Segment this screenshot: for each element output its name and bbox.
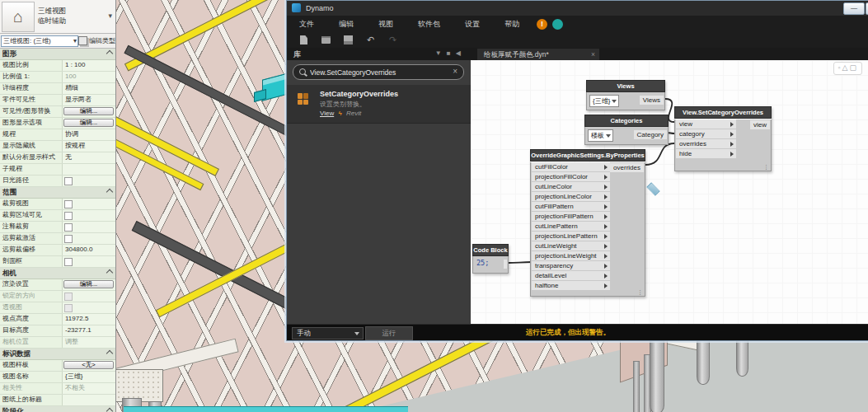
input-port[interactable]: category bbox=[676, 129, 736, 138]
checkbox[interactable] bbox=[64, 223, 73, 232]
edit-button[interactable]: 编辑... bbox=[63, 119, 114, 127]
output-port[interactable]: Category bbox=[634, 130, 667, 139]
node-set-category-overrides[interactable]: View.SetCategoryOverrides view category … bbox=[674, 106, 772, 171]
input-port[interactable]: cutFillColor bbox=[532, 162, 610, 171]
input-port[interactable]: overrides bbox=[676, 139, 736, 148]
input-port[interactable]: cutLineWeight bbox=[532, 241, 610, 250]
concrete-pile[interactable] bbox=[697, 339, 710, 385]
property-value[interactable]: -23277.1 bbox=[63, 325, 115, 336]
property-value[interactable]: 按规程 bbox=[63, 141, 115, 152]
input-port[interactable]: projectionLineColor bbox=[532, 192, 610, 201]
save-icon[interactable] bbox=[343, 35, 354, 45]
graph-canvas[interactable]: ◦△▢ Views {三维} Views Categories 楼板 Categ… bbox=[471, 60, 868, 325]
input-port[interactable]: halftone bbox=[532, 281, 610, 290]
property-value[interactable]: 显示两者 bbox=[63, 95, 115, 105]
menu-file[interactable]: 文件 bbox=[287, 19, 326, 30]
input-port[interactable]: projectionFillPattern bbox=[532, 212, 610, 221]
property-row: 详细程度精细 bbox=[0, 83, 115, 95]
menu-view[interactable]: 视图 bbox=[366, 19, 406, 30]
edit-type-button[interactable]: 编辑类型 bbox=[89, 36, 115, 45]
menu-packages[interactable]: 软件包 bbox=[406, 19, 453, 30]
undo-icon[interactable]: ↶ bbox=[365, 35, 376, 45]
section-header[interactable]: 图形 bbox=[0, 49, 115, 60]
input-port[interactable]: cutFillPattern bbox=[532, 202, 610, 211]
run-button[interactable]: 运行 bbox=[365, 326, 413, 340]
workspace-tab[interactable]: 给板厚赋予颜色.dyn* × bbox=[477, 49, 599, 60]
categories-dropdown[interactable]: 楼板 bbox=[588, 129, 613, 142]
node-override-graphic-settings[interactable]: OverrideGraphicSettings.ByProperties cut… bbox=[530, 149, 645, 297]
library-search[interactable]: × bbox=[293, 64, 464, 80]
views-dropdown[interactable]: {三维} bbox=[589, 95, 619, 107]
input-port[interactable]: detailLevel bbox=[532, 271, 610, 280]
open-file-icon[interactable] bbox=[321, 35, 331, 45]
type-selector-dropdown[interactable]: 三维视图: (三维)▾ bbox=[1, 35, 78, 47]
checkbox[interactable] bbox=[64, 235, 73, 243]
input-port[interactable]: hide bbox=[676, 149, 736, 158]
notifications-icon[interactable] bbox=[552, 19, 563, 30]
property-value[interactable]: 304800.0 bbox=[63, 245, 115, 255]
input-port[interactable]: cutLinePattern bbox=[532, 222, 610, 231]
input-port[interactable]: projectionFillColor bbox=[532, 172, 610, 181]
dark-beam[interactable] bbox=[132, 221, 307, 317]
teal-beam-bottom[interactable] bbox=[124, 406, 408, 412]
input-port[interactable]: transparency bbox=[532, 261, 610, 270]
output-port[interactable] bbox=[504, 260, 507, 269]
concrete-column[interactable] bbox=[633, 361, 640, 412]
pile-cap[interactable] bbox=[115, 369, 163, 402]
search-input[interactable] bbox=[308, 66, 443, 78]
checkbox[interactable] bbox=[64, 212, 73, 220]
input-port[interactable]: view bbox=[676, 119, 736, 129]
minimize-button[interactable]: — bbox=[843, 2, 865, 15]
dynamo-window: Dynamo — □ 文件 编辑 视图 软件包 设置 帮助 ! ↶ ↷ 库 ▼ … bbox=[286, 0, 868, 341]
family-preview[interactable]: ⌂ bbox=[2, 2, 35, 32]
revit-application: ⌂ 三维视图 临时辅助 ▾ 三维视图: (三维)▾ 编辑类型 图形 视图比例1 … bbox=[0, 0, 868, 412]
close-tab-icon[interactable]: × bbox=[591, 49, 595, 60]
section-header[interactable]: 范围 bbox=[0, 187, 115, 199]
checkbox[interactable] bbox=[64, 177, 73, 185]
section-header[interactable]: 相机 bbox=[0, 268, 115, 279]
menu-help[interactable]: 帮助 bbox=[492, 19, 532, 30]
clear-search-icon[interactable]: × bbox=[453, 67, 457, 76]
node-code-block[interactable]: Code Block 25; bbox=[472, 244, 509, 274]
geometry-view-controls[interactable]: ◦△▢ bbox=[833, 62, 862, 75]
alerts-icon[interactable]: ! bbox=[537, 19, 547, 30]
input-port[interactable]: projectionLineWeight bbox=[532, 251, 610, 260]
new-file-icon[interactable] bbox=[298, 35, 309, 45]
library-view-controls-icon[interactable]: ▼ ■ ◀ bbox=[435, 49, 462, 57]
property-value[interactable]: 精细 bbox=[63, 83, 115, 94]
output-port[interactable]: overrides bbox=[610, 163, 644, 172]
input-port[interactable]: cutLineColor bbox=[532, 182, 610, 191]
library-result-item[interactable]: SetCategoryOverrides 设置类别替换。 View ϟ Revi… bbox=[287, 85, 471, 124]
edit-button[interactable]: 编辑... bbox=[63, 280, 114, 288]
property-value[interactable] bbox=[63, 164, 115, 175]
dynamo-titlebar[interactable]: Dynamo — □ bbox=[287, 1, 868, 16]
menu-settings[interactable]: 设置 bbox=[453, 19, 492, 30]
node-categories[interactable]: Categories 楼板 Category bbox=[584, 115, 669, 145]
property-value[interactable] bbox=[63, 395, 115, 405]
output-port[interactable]: view bbox=[750, 120, 770, 129]
checkbox[interactable] bbox=[64, 200, 73, 208]
edit-button[interactable]: 编辑... bbox=[63, 107, 114, 115]
property-value[interactable]: 1 : 100 bbox=[63, 60, 115, 71]
code-block-text[interactable]: 25; bbox=[476, 259, 489, 267]
checkbox[interactable] bbox=[64, 258, 73, 266]
property-value[interactable]: 协调 bbox=[63, 129, 115, 140]
input-port[interactable]: projectionLinePattern bbox=[532, 232, 610, 241]
property-value[interactable]: {三维} bbox=[63, 372, 115, 382]
section-header[interactable]: 标识数据 bbox=[0, 349, 115, 360]
property-value[interactable]: 11972.5 bbox=[63, 314, 115, 325]
chevron-down-icon[interactable]: ▾ bbox=[108, 12, 112, 20]
concrete-pile[interactable] bbox=[650, 339, 664, 412]
node-views[interactable]: Views {三维} Views bbox=[586, 80, 665, 110]
menu-edit[interactable]: 编辑 bbox=[326, 19, 366, 30]
view-template-button[interactable]: <无> bbox=[63, 361, 114, 369]
concrete-pile[interactable] bbox=[736, 339, 748, 377]
lacing-indicator[interactable]: ⋮ bbox=[763, 164, 769, 171]
output-port[interactable]: Views bbox=[640, 96, 664, 105]
section-header[interactable]: 阶段化 bbox=[0, 406, 115, 412]
property-value[interactable]: 无 bbox=[63, 152, 115, 163]
bolt-icon: ϟ bbox=[335, 110, 344, 117]
category-link[interactable]: View bbox=[320, 110, 334, 117]
lacing-indicator[interactable]: ⋮ bbox=[637, 289, 643, 296]
run-mode-dropdown[interactable]: 手动 bbox=[292, 327, 364, 339]
